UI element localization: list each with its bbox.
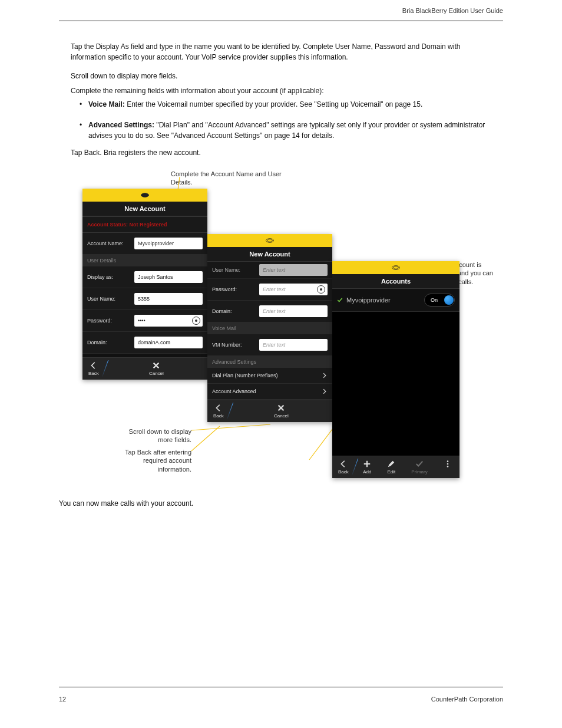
bullet-dot: •	[80, 100, 82, 108]
account-status: Account Status: Not Registered	[82, 216, 207, 233]
page-number: 12	[59, 696, 66, 703]
password-label: Password:	[87, 318, 134, 324]
overflow-button[interactable]	[438, 456, 458, 478]
callout-mid1: Scroll down to display more fields.	[121, 427, 191, 444]
dial-plan-row[interactable]: Dial Plan (Number Prefixes)	[207, 368, 332, 384]
close-icon	[152, 361, 160, 370]
phone-screen-3: Accounts Myvoipprovider On Back Add Edit	[332, 261, 459, 478]
cancel-button[interactable]: Cancel	[230, 400, 332, 422]
chevron-left-icon	[90, 361, 98, 370]
reveal-password-icon[interactable]	[192, 317, 200, 325]
chevron-left-icon	[214, 404, 223, 412]
cancel-button[interactable]: Cancel	[105, 358, 207, 380]
domain-label: Domain:	[87, 340, 134, 345]
vm-number-field[interactable]: Enter text	[259, 339, 328, 351]
display-as-field[interactable]: Joseph Santos	[134, 271, 203, 283]
header-product-name: Bria BlackBerry Edition User Guide	[402, 7, 503, 14]
pencil-icon	[387, 460, 395, 468]
account-toggle[interactable]: On	[424, 294, 455, 307]
username-label: User Name:	[87, 296, 134, 302]
bullet-dot: •	[80, 121, 82, 129]
app-logo-icon	[265, 236, 275, 245]
status-bar	[207, 234, 332, 247]
password-field[interactable]: ••••	[134, 315, 203, 327]
status-bar	[332, 261, 459, 274]
add-button[interactable]: Add	[357, 456, 377, 478]
vm-number-label: VM Number:	[212, 342, 259, 348]
password-label: Password:	[212, 286, 259, 292]
svg-line-2	[191, 426, 220, 451]
chevron-right-icon	[322, 373, 328, 378]
username-field[interactable]: Enter text	[259, 264, 328, 276]
phone-screen-1: New Account Account Status: Not Register…	[82, 189, 207, 380]
footer-company: CounterPath Corporation	[431, 696, 503, 703]
section-user-details: User Details	[82, 255, 207, 266]
screen-title: New Account	[207, 247, 332, 262]
phone-screen-2: New Account User Name: Enter text Passwo…	[207, 234, 332, 422]
bullet-voicemail: Voice Mail: Enter the Voicemail number s…	[88, 99, 495, 110]
section-voicemail: Voice Mail	[207, 322, 332, 334]
username-field[interactable]: 5355	[134, 293, 203, 305]
username-label: User Name:	[212, 267, 259, 273]
display-as-label: Display as:	[87, 274, 134, 280]
paragraph-tapback: Tap Back. Bria registers the new account…	[71, 147, 495, 158]
screen-title: New Account	[82, 202, 207, 216]
domain-field[interactable]: domainA.com	[134, 337, 203, 348]
plus-icon	[363, 460, 371, 468]
domain-label: Domain:	[212, 308, 259, 314]
svg-line-1	[191, 424, 270, 430]
primary-button[interactable]: Primary	[405, 456, 434, 478]
callout-mid2: Tap Back after entering required account…	[121, 448, 191, 473]
account-name-field[interactable]: Myvoipprovider	[134, 238, 203, 249]
account-list-item[interactable]: Myvoipprovider On	[332, 289, 459, 312]
password-field[interactable]: Enter text	[259, 284, 328, 295]
toggle-knob	[444, 295, 454, 305]
check-icon	[337, 297, 343, 303]
svg-point-5	[447, 463, 448, 465]
chevron-right-icon	[322, 388, 328, 394]
edit-button[interactable]: Edit	[381, 456, 401, 478]
paragraph-intro: Tap the Display As field and type in the…	[71, 41, 495, 62]
svg-point-6	[447, 466, 448, 467]
reveal-password-icon[interactable]	[317, 285, 325, 294]
paragraph-complete: Complete the remaining fields with infor…	[71, 85, 495, 96]
account-name-label: Account Name:	[87, 241, 134, 246]
domain-field[interactable]: Enter text	[259, 305, 328, 317]
more-vertical-icon	[444, 460, 452, 468]
chevron-left-icon	[339, 460, 348, 468]
callout-top: Complete the Account Name and User Detai…	[171, 170, 295, 187]
bullet-advanced: Advanced Settings: "Dial Plan" and "Acco…	[88, 120, 495, 141]
screen-title: Accounts	[332, 274, 459, 289]
paragraph-scroll: Scroll down to display more fields.	[71, 71, 495, 81]
account-name-text: Myvoipprovider	[346, 297, 424, 304]
app-logo-icon	[391, 263, 401, 272]
svg-point-4	[447, 460, 448, 462]
section-advanced: Advanced Settings	[207, 356, 332, 368]
app-logo-icon	[140, 191, 150, 199]
status-bar	[82, 189, 207, 202]
close-icon	[277, 404, 285, 412]
account-advanced-row[interactable]: Account Advanced	[207, 384, 332, 400]
check-icon	[415, 460, 424, 468]
paragraph-post: You can now make calls with your account…	[59, 498, 483, 509]
